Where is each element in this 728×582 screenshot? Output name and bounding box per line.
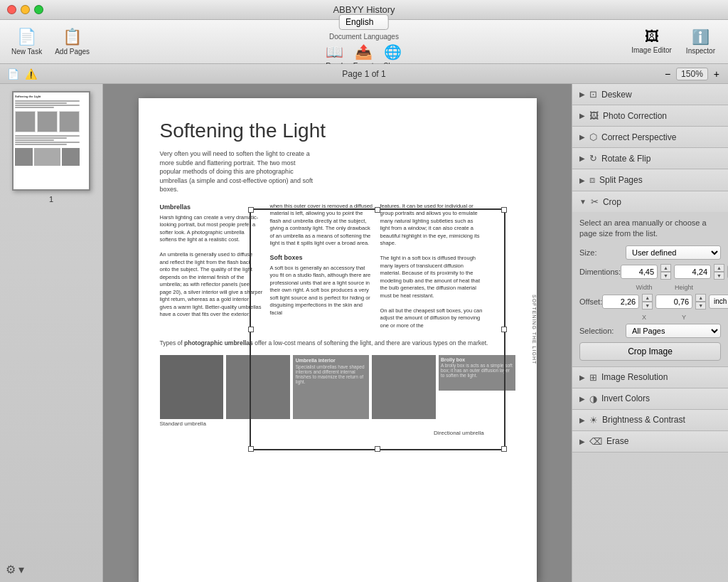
section3-text: features. It can be used for individual …	[380, 203, 483, 330]
height-spinner[interactable]: ▲ ▼	[714, 264, 724, 280]
close-button[interactable]	[7, 5, 16, 14]
brightness-contrast-header[interactable]: ▶ ☀ Brightness & Contrast	[572, 410, 728, 430]
height-input[interactable]: 4,24	[674, 265, 711, 279]
selection-row: Selection: All Pages Current Page	[579, 324, 721, 338]
document-page: SOFTENING THE LIGHT Softening the Light …	[139, 98, 537, 582]
photo-2	[226, 355, 290, 419]
offset-x-down[interactable]: ▼	[642, 302, 653, 309]
correct-perspective-header[interactable]: ▶ ⬡ Correct Perspective	[572, 127, 728, 147]
section1-text: Harsh lighting can create a very dramati…	[160, 214, 263, 319]
y-sublabel: Y	[665, 314, 702, 321]
toolbar-center: English Document Languages 📖 Read 📤 Expo…	[326, 14, 403, 70]
thumbnail-content: Softening the Light	[14, 92, 81, 179]
standard-umbrella-label: Standard umbrella	[160, 420, 224, 427]
crop-panel-content: Select an area manually or choose a page…	[572, 212, 728, 366]
crop-handle-br[interactable]	[501, 446, 507, 452]
zoom-out-button[interactable]: −	[662, 67, 673, 81]
rotate-flip-section[interactable]: ▶ ↻ Rotate & Flip	[572, 148, 728, 169]
size-row: Size: User defined	[579, 245, 721, 260]
width-down[interactable]: ▼	[660, 272, 671, 280]
photo-correction-section[interactable]: ▶ 🖼 Photo Correction	[572, 105, 728, 127]
offset-x-spinner[interactable]: ▲ ▼	[642, 294, 653, 309]
new-task-icon: 📄	[17, 28, 36, 46]
correct-perspective-arrow: ▶	[579, 133, 585, 141]
height-up[interactable]: ▲	[714, 264, 724, 272]
photo-4	[372, 355, 436, 419]
photo-correction-header[interactable]: ▶ 🖼 Photo Correction	[572, 105, 728, 126]
photo-correction-arrow: ▶	[579, 112, 585, 120]
add-pages-label: Add Pages	[55, 48, 90, 55]
offset-unit[interactable]: inch cm	[709, 295, 728, 309]
correct-perspective-label: Correct Perspective	[601, 132, 676, 142]
document-icon[interactable]: 📄	[6, 67, 21, 81]
flag-icon[interactable]: ⚠️	[23, 67, 38, 81]
crop-handle-bl[interactable]	[248, 446, 254, 452]
size-select[interactable]: User defined	[626, 245, 721, 260]
width-input[interactable]: 4,45	[621, 265, 658, 279]
offset-x-input[interactable]: 2,26	[602, 295, 639, 309]
deskew-section[interactable]: ▶ ⊡ Deskew	[572, 84, 728, 105]
x-sublabel: X	[626, 314, 663, 321]
crop-image-button[interactable]: Crop Image	[579, 342, 721, 361]
minimize-button[interactable]	[21, 5, 30, 14]
inspector-icon: ℹ️	[692, 28, 710, 46]
brightness-contrast-section[interactable]: ▶ ☀ Brightness & Contrast	[572, 410, 728, 431]
brightness-contrast-icon: ☀	[589, 415, 598, 425]
height-down[interactable]: ▼	[714, 272, 724, 280]
width-up[interactable]: ▲	[660, 264, 671, 272]
offset-y-spinner[interactable]: ▲ ▼	[695, 294, 706, 309]
share-icon: 🌐	[384, 43, 402, 60]
offset-control: 2,26 ▲ ▼ 0,76 ▲ ▼ inch cm	[602, 294, 728, 309]
add-pages-button[interactable]: 📋 Add Pages	[50, 25, 94, 58]
split-pages-section[interactable]: ▶ ⧈ Split Pages	[572, 169, 728, 191]
width-spinner[interactable]: ▲ ▼	[660, 264, 671, 280]
crop-label: Crop	[603, 197, 621, 207]
document-title: Softening the Light	[160, 120, 515, 142]
page-thumbnail[interactable]: Softening the Light	[12, 91, 90, 191]
offset-y-up[interactable]: ▲	[695, 294, 706, 302]
invert-colors-header[interactable]: ▶ ◑ Invert Colors	[572, 388, 728, 409]
new-task-button[interactable]: 📄 New Task	[7, 25, 46, 58]
rotate-flip-header[interactable]: ▶ ↻ Rotate & Flip	[572, 148, 728, 169]
image-editor-button[interactable]: 🖼 Image Editor	[626, 26, 678, 58]
offset-x-up[interactable]: ▲	[642, 294, 653, 302]
umbrella-interior-text: Specialist umbrellas have shaped interio…	[296, 364, 367, 384]
invert-colors-icon: ◑	[589, 393, 597, 404]
deskew-header[interactable]: ▶ ⊡ Deskew	[572, 84, 728, 105]
language-select[interactable]: English	[339, 14, 389, 30]
correct-perspective-section[interactable]: ▶ ⬡ Correct Perspective	[572, 127, 728, 148]
split-pages-header[interactable]: ▶ ⧈ Split Pages	[572, 169, 728, 191]
invert-colors-section[interactable]: ▶ ◑ Invert Colors	[572, 388, 728, 410]
offset-y-input[interactable]: 0,76	[655, 295, 692, 309]
document-area: SOFTENING THE LIGHT Softening the Light …	[103, 84, 572, 582]
image-resolution-arrow: ▶	[579, 374, 585, 381]
zoom-in-button[interactable]: +	[711, 67, 722, 81]
titlebar-buttons[interactable]	[7, 5, 43, 14]
image-editor-icon: 🖼	[645, 28, 659, 45]
photo-5: Brolly box A brolly box is acts as a sim…	[439, 355, 515, 391]
bottom-panels: ▶ ⊞ Image Resolution ▶ ◑ Invert Colors ▶…	[572, 367, 728, 453]
settings-button[interactable]: ⚙ ▾	[6, 564, 24, 576]
document-intro: Very often you will need to soften the l…	[160, 149, 316, 194]
dimensions-label: Dimentions:	[579, 268, 621, 276]
deskew-arrow: ▶	[579, 90, 585, 98]
maximize-button[interactable]	[34, 5, 43, 14]
document-columns: Umbrellas Harsh lighting can create a ve…	[160, 203, 515, 330]
erase-section[interactable]: ▶ ⌫ Erase	[572, 431, 728, 453]
erase-header[interactable]: ▶ ⌫ Erase	[572, 431, 728, 452]
rotate-flip-label: Rotate & Flip	[601, 154, 651, 164]
crop-header[interactable]: ▼ ✂ Crop	[572, 191, 728, 212]
selection-select[interactable]: All Pages Current Page	[626, 324, 721, 338]
page-number: 1	[49, 195, 53, 203]
image-resolution-header[interactable]: ▶ ⊞ Image Resolution	[572, 367, 728, 388]
inspector-button[interactable]: ℹ️ Inspector	[680, 26, 721, 58]
language-label: Document Languages	[329, 33, 399, 41]
split-pages-icon: ⧈	[589, 174, 595, 186]
correct-perspective-icon: ⬡	[589, 132, 597, 142]
image-resolution-section[interactable]: ▶ ⊞ Image Resolution	[572, 367, 728, 388]
crop-handle-bm[interactable]	[375, 446, 380, 452]
offset-y-down[interactable]: ▼	[695, 302, 706, 309]
directional-umbrella-label: Directional umbrella	[434, 430, 515, 436]
size-label: Size:	[579, 248, 626, 257]
page-label: Page 1 of 1	[342, 69, 385, 79]
